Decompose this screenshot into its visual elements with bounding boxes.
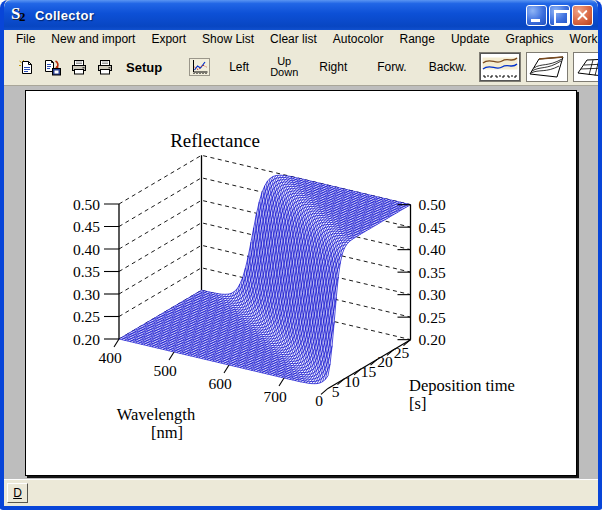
menu-bar: File New and import Export Show List Cle… (4, 30, 598, 49)
backward-button[interactable]: Backw. (422, 52, 474, 82)
y-axis-label-units: [s] (409, 394, 426, 413)
plot-title: Reflectance (170, 130, 260, 151)
chart-icon (189, 58, 210, 76)
z-tick-label-right: 0.40 (419, 241, 446, 258)
z-tick-label-right: 0.20 (419, 331, 446, 348)
x-tick-label: 400 (98, 349, 122, 366)
plot-3d-grid-icon (574, 53, 602, 81)
x-tick (114, 339, 119, 347)
z-tick-label-left: 0.40 (73, 241, 100, 258)
menu-item-new-and-import[interactable]: New and import (43, 31, 143, 48)
window-title: Collector (35, 8, 524, 23)
z-tick-label-right: 0.35 (419, 264, 446, 281)
y-tick-label: 0 (315, 392, 323, 409)
maximize-button[interactable] (549, 5, 570, 26)
print-setup-icon (96, 59, 114, 76)
surface-plot: 0.500.450.400.350.300.250.200.500.450.40… (26, 91, 576, 475)
x-axis-label: Wavelength (117, 405, 196, 424)
plot-3d-surface-button[interactable] (526, 52, 568, 82)
forward-button[interactable]: Forw. (370, 52, 413, 82)
menu-item-clear-list[interactable]: Clear list (262, 31, 325, 48)
x-tick (169, 352, 174, 360)
print-setup-button[interactable] (92, 52, 118, 82)
save-import-button[interactable] (39, 52, 66, 82)
toolbar: Setup Left Up Down Right Forw. Backw. (4, 49, 598, 86)
new-document-button[interactable] (14, 52, 39, 82)
menu-item-export[interactable]: Export (143, 31, 194, 48)
z-tick-label-left: 0.25 (73, 308, 100, 325)
y-axis-label: Deposition time (409, 376, 515, 395)
up-down-button[interactable]: Up Down (264, 52, 304, 82)
document-area: 0.500.450.400.350.300.250.200.500.450.40… (4, 86, 598, 479)
plot-page: 0.500.450.400.350.300.250.200.500.450.40… (25, 90, 577, 476)
plot-3d-grid-button[interactable] (573, 52, 602, 82)
y-tick-label: 5 (332, 383, 340, 400)
x-tick (224, 365, 229, 373)
app-icon: S 2 (10, 5, 30, 25)
app-window: S 2 Collector File New and import Export… (0, 0, 602, 510)
print-icon (70, 59, 88, 76)
save-import-icon (43, 59, 62, 76)
z-tick-label-right: 0.25 (419, 309, 446, 326)
plot-2d-icon (480, 53, 520, 81)
right-button[interactable]: Right (312, 52, 354, 82)
z-tick-label-right: 0.45 (419, 219, 446, 236)
plot-3d-surface-icon (527, 53, 567, 81)
z-tick-label-right: 0.30 (419, 286, 446, 303)
z-tick-label-left: 0.20 (73, 331, 100, 348)
x-tick-label: 500 (153, 362, 177, 379)
z-tick-label-left: 0.30 (73, 286, 100, 303)
y-tick-label: 20 (377, 353, 393, 370)
title-bar: S 2 Collector (4, 0, 598, 30)
y-tick-label: 15 (361, 363, 377, 380)
z-tick-label-left: 0.50 (73, 196, 100, 213)
x-axis-label-units: [nm] (151, 423, 183, 442)
chart-button[interactable] (185, 52, 214, 82)
status-d-button[interactable]: D (7, 483, 28, 503)
y-tick-label: 10 (344, 373, 360, 390)
y-tick-label: 25 (394, 344, 410, 361)
z-tick-label-right: 0.50 (419, 196, 446, 213)
close-button[interactable] (572, 5, 593, 26)
menu-item-range[interactable]: Range (392, 31, 443, 48)
z-tick-label-left: 0.45 (73, 218, 100, 235)
left-button[interactable]: Left (222, 52, 256, 82)
new-document-icon (18, 59, 35, 76)
menu-item-show-list[interactable]: Show List (194, 31, 262, 48)
x-tick-label: 700 (263, 388, 287, 405)
menu-item-workbook[interactable]: Workbook (562, 31, 602, 48)
x-tick (279, 378, 284, 386)
menu-item-graphics[interactable]: Graphics (498, 31, 562, 48)
minimize-button[interactable] (526, 5, 547, 26)
plot-2d-button[interactable] (479, 52, 521, 82)
z-tick-label-left: 0.35 (73, 263, 100, 280)
menu-item-file[interactable]: File (8, 31, 43, 48)
app-icon-2: 2 (19, 9, 26, 25)
menu-item-update[interactable]: Update (443, 31, 498, 48)
setup-button[interactable]: Setup (119, 52, 169, 82)
down-label: Down (270, 67, 298, 78)
print-button[interactable] (66, 52, 92, 82)
status-bar: D (4, 479, 598, 505)
x-tick-label: 600 (208, 375, 232, 392)
menu-item-autocolor[interactable]: Autocolor (325, 31, 392, 48)
